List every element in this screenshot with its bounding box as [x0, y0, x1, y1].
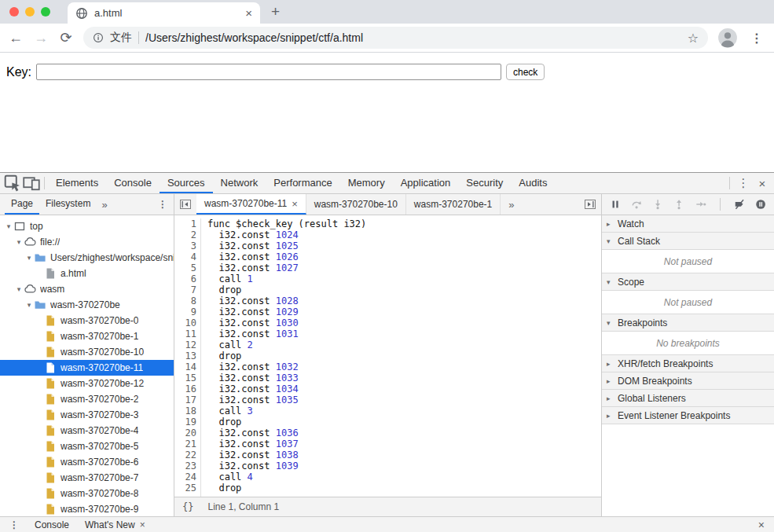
devtools-tab-console[interactable]: Console: [106, 173, 160, 193]
pause-icon[interactable]: [610, 198, 621, 211]
code-area[interactable]: 1234567891011121314151617181920212223242…: [174, 215, 601, 497]
devtools-tab-memory[interactable]: Memory: [340, 173, 393, 193]
tree-item-wasm-370270be-4[interactable]: wasm-370270be-4: [0, 423, 174, 438]
line-number[interactable]: 11: [174, 328, 196, 339]
tree-item-wasm-370270be-8[interactable]: wasm-370270be-8: [0, 486, 174, 501]
pretty-print-button[interactable]: {}: [174, 501, 201, 512]
line-number[interactable]: 1: [174, 218, 196, 229]
address-bar[interactable]: 文件 /Users/zhighest/workspace/snippet/ctf…: [83, 27, 708, 49]
line-number[interactable]: 22: [174, 449, 196, 460]
url-text[interactable]: /Users/zhighest/workspace/snippet/ctf/a.…: [145, 31, 681, 44]
tree-item-wasm-370270be-5[interactable]: wasm-370270be-5: [0, 438, 174, 454]
line-number[interactable]: 13: [174, 350, 196, 361]
tree-item-wasm-370270be-3[interactable]: wasm-370270be-3: [0, 407, 174, 423]
devtools-tab-sources[interactable]: Sources: [160, 173, 213, 193]
devtools-menu-icon[interactable]: ⋮: [735, 176, 752, 190]
new-tab-button[interactable]: +: [260, 3, 291, 24]
devtools-tab-elements[interactable]: Elements: [48, 173, 106, 193]
info-icon[interactable]: [93, 32, 104, 43]
reload-icon[interactable]: ⟳: [58, 29, 74, 46]
devtools-tab-application[interactable]: Application: [393, 173, 459, 193]
devtools-tab-audits[interactable]: Audits: [511, 173, 555, 193]
tree-item-wasm-370270be-9[interactable]: wasm-370270be-9: [0, 501, 174, 516]
line-number[interactable]: 20: [174, 427, 196, 438]
step-over-icon[interactable]: [631, 198, 642, 211]
browser-menu-icon[interactable]: ⋮: [747, 31, 766, 46]
navigator-tab-filesystem[interactable]: Filesystem: [39, 194, 97, 215]
expander-icon[interactable]: ▾: [14, 238, 24, 246]
inspect-element-icon[interactable]: [3, 174, 22, 193]
tree-item-wasm-370270be-12[interactable]: wasm-370270be-12: [0, 376, 174, 391]
section-header-breakpoints[interactable]: ▾Breakpoints: [602, 314, 774, 332]
tree-item-wasm-370270be-1[interactable]: wasm-370270be-1: [0, 328, 174, 344]
tree-item-wasm-370270be[interactable]: ▾wasm-370270be: [0, 297, 174, 313]
drawer-menu-icon[interactable]: ⋮: [5, 519, 24, 530]
tree-item-wasm-370270be-7[interactable]: wasm-370270be-7: [0, 470, 174, 486]
section-header-scope[interactable]: ▾Scope: [602, 273, 774, 291]
line-number[interactable]: 9: [174, 306, 196, 317]
section-header-call-stack[interactable]: ▾Call Stack: [602, 233, 774, 250]
editor-tab-close-icon[interactable]: ×: [292, 198, 298, 210]
line-number[interactable]: 18: [174, 405, 196, 416]
line-number[interactable]: 3: [174, 240, 196, 251]
line-number[interactable]: 17: [174, 394, 196, 405]
pause-on-exceptions-icon[interactable]: [755, 198, 766, 211]
tree-item-wasm-370270be-2[interactable]: wasm-370270be-2: [0, 391, 174, 407]
line-number[interactable]: 25: [174, 482, 196, 493]
line-number[interactable]: 2: [174, 229, 196, 240]
back-icon[interactable]: ←: [8, 30, 24, 46]
step-out-icon[interactable]: [673, 198, 684, 211]
line-number[interactable]: 21: [174, 438, 196, 449]
line-number[interactable]: 4: [174, 251, 196, 262]
line-number[interactable]: 16: [174, 383, 196, 394]
device-toolbar-icon[interactable]: [22, 174, 41, 193]
more-editor-tabs-icon[interactable]: »: [501, 194, 522, 215]
section-header-xhr-fetch-breakpoints[interactable]: ▸XHR/fetch Breakpoints: [602, 355, 774, 372]
tree-item-users-zhighest-workspace-sni[interactable]: ▾Users/zhighest/workspace/sni: [0, 250, 174, 266]
line-number[interactable]: 8: [174, 295, 196, 306]
window-zoom-button[interactable]: [41, 7, 50, 17]
step-icon[interactable]: [695, 198, 706, 211]
drawer-tab-close-icon[interactable]: ×: [140, 519, 145, 530]
next-tab-icon[interactable]: [579, 194, 601, 215]
navigator-tab-page[interactable]: Page: [5, 194, 39, 215]
navigator-menu-icon[interactable]: ⋮: [152, 194, 174, 215]
section-header-dom-breakpoints[interactable]: ▸DOM Breakpoints: [602, 372, 774, 390]
devtools-close-icon[interactable]: ×: [754, 177, 771, 190]
more-navigator-tabs-icon[interactable]: »: [97, 194, 112, 215]
line-number[interactable]: 12: [174, 339, 196, 350]
tree-item-wasm-370270be-6[interactable]: wasm-370270be-6: [0, 454, 174, 470]
key-input[interactable]: [36, 64, 501, 80]
previous-tab-icon[interactable]: [174, 194, 196, 215]
line-number[interactable]: 23: [174, 460, 196, 471]
devtools-tab-network[interactable]: Network: [213, 173, 266, 193]
section-header-event-listener-breakpoints[interactable]: ▸Event Listener Breakpoints: [602, 407, 774, 424]
drawer-close-icon[interactable]: ×: [754, 519, 769, 531]
tree-item-wasm-370270be-11[interactable]: wasm-370270be-11: [0, 360, 174, 376]
check-button[interactable]: check: [506, 64, 545, 80]
line-number[interactable]: 15: [174, 372, 196, 383]
expander-icon[interactable]: ▾: [24, 254, 34, 262]
deactivate-breakpoints-icon[interactable]: [734, 198, 745, 211]
tree-item-a-html[interactable]: a.html: [0, 266, 174, 281]
expander-icon[interactable]: ▾: [4, 222, 13, 230]
window-minimize-button[interactable]: [25, 7, 35, 17]
browser-tab[interactable]: a.html ×: [68, 2, 260, 24]
tree-item-file[interactable]: ▾file://: [0, 234, 174, 250]
window-close-button[interactable]: [9, 7, 19, 17]
line-number[interactable]: 14: [174, 361, 196, 372]
line-number[interactable]: 5: [174, 262, 196, 273]
tree-item-wasm-370270be-10[interactable]: wasm-370270be-10: [0, 344, 174, 360]
tree-item-wasm-370270be-0[interactable]: wasm-370270be-0: [0, 313, 174, 328]
devtools-tab-performance[interactable]: Performance: [266, 173, 339, 193]
drawer-tab-what-s-new[interactable]: What's New×: [77, 517, 153, 532]
line-number[interactable]: 7: [174, 284, 196, 295]
tab-close-icon[interactable]: ×: [245, 6, 252, 20]
profile-avatar[interactable]: [717, 28, 738, 48]
section-header-global-listeners[interactable]: ▸Global Listeners: [602, 390, 774, 407]
line-number[interactable]: 24: [174, 471, 196, 482]
expander-icon[interactable]: ▾: [14, 285, 24, 293]
tree-item-top[interactable]: ▾top: [0, 218, 174, 234]
expander-icon[interactable]: ▾: [24, 301, 34, 309]
step-into-icon[interactable]: [652, 198, 663, 211]
